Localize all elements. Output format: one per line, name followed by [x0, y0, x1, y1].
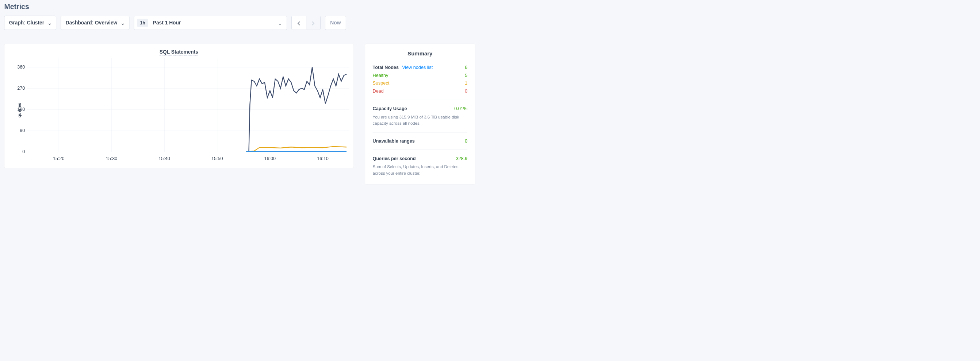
capacity-value: 0.01% — [454, 106, 467, 111]
sql-statements-chart: SQL Statements queries 09018027036015:20… — [4, 44, 353, 168]
suspect-value: 1 — [465, 81, 467, 86]
y-tick: 360 — [13, 65, 25, 70]
suspect-label: Suspect — [373, 81, 390, 86]
graph-selector[interactable]: Graph: Cluster — [4, 16, 56, 30]
view-nodes-link[interactable]: View nodes list — [402, 65, 433, 70]
gridline — [27, 152, 349, 152]
dead-value: 0 — [465, 89, 467, 94]
dashboard-selector-label: Dashboard: Overview — [66, 20, 118, 26]
y-tick: 270 — [13, 86, 25, 91]
x-tick: 16:00 — [264, 156, 276, 162]
x-tick: 15:20 — [53, 156, 65, 162]
capacity-section: Capacity Usage 0.01% You are using 315.9… — [373, 100, 467, 132]
chevron-down-icon — [48, 21, 51, 24]
chart-plot-area[interactable]: 09018027036015:2015:3015:4015:5016:0016:… — [27, 58, 349, 152]
chevron-left-icon — [296, 21, 301, 25]
chart-series — [27, 58, 349, 152]
x-tick: 15:50 — [212, 156, 223, 162]
summary-panel: Summary Total Nodes View nodes list 6 He… — [365, 44, 475, 185]
chevron-down-icon — [278, 21, 282, 24]
nodes-section: Total Nodes View nodes list 6 Healthy 5 … — [373, 65, 467, 100]
healthy-label: Healthy — [373, 73, 388, 78]
page-title: Metrics — [4, 0, 558, 16]
dashboard-selector[interactable]: Dashboard: Overview — [60, 16, 129, 30]
x-tick: 15:30 — [106, 156, 118, 162]
time-range-selector[interactable]: 1h Past 1 Hour — [134, 16, 287, 30]
qps-section: Queries per second 328.9 Sum of Selects,… — [373, 149, 467, 182]
series-updates — [246, 147, 347, 152]
next-time-button[interactable] — [306, 16, 320, 30]
y-tick: 180 — [13, 107, 25, 112]
time-nav-group — [291, 16, 320, 30]
total-nodes-value: 6 — [465, 65, 467, 70]
qps-label: Queries per second — [373, 156, 416, 161]
controls-bar: Graph: Cluster Dashboard: Overview 1h Pa… — [4, 16, 558, 30]
summary-title: Summary — [373, 50, 467, 57]
total-nodes-label: Total Nodes — [373, 65, 399, 70]
y-tick: 0 — [13, 149, 25, 155]
now-button[interactable]: Now — [325, 16, 346, 30]
time-range-label: Past 1 Hour — [148, 20, 273, 26]
x-tick: 16:10 — [317, 156, 329, 162]
healthy-value: 5 — [465, 73, 467, 78]
prev-time-button[interactable] — [292, 16, 306, 30]
y-tick: 90 — [13, 128, 25, 133]
qps-desc: Sum of Selects, Updates, Inserts, and De… — [373, 164, 467, 176]
qps-value: 328.9 — [456, 156, 467, 161]
series-selects — [246, 67, 347, 152]
chevron-down-icon — [121, 21, 124, 24]
x-tick: 15:40 — [159, 156, 170, 162]
capacity-desc: You are using 315.9 MiB of 3.6 TiB usabl… — [373, 114, 467, 126]
chevron-right-icon — [311, 21, 315, 25]
unavailable-section: Unavailable ranges 0 — [373, 132, 467, 150]
dead-label: Dead — [373, 89, 384, 94]
unavailable-value: 0 — [465, 138, 467, 144]
capacity-label: Capacity Usage — [373, 106, 407, 111]
unavailable-label: Unavailable ranges — [373, 138, 415, 144]
chart-title: SQL Statements — [159, 49, 198, 55]
time-range-badge: 1h — [137, 19, 148, 27]
graph-selector-label: Graph: Cluster — [9, 20, 44, 26]
